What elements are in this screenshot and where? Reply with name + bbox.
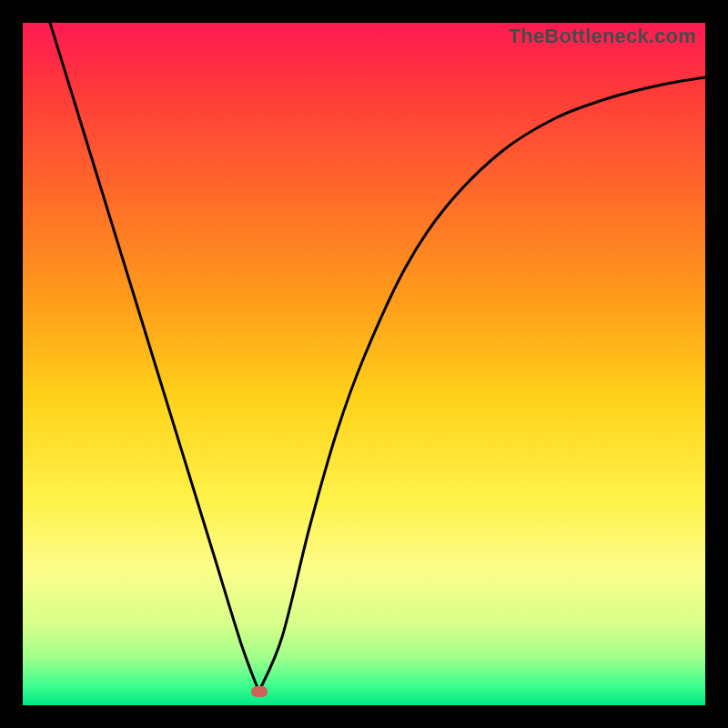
chart-frame: TheBottleneck.com — [0, 0, 728, 728]
watermark-label: TheBottleneck.com — [509, 25, 696, 48]
optimal-point-marker — [251, 686, 268, 697]
bottleneck-curve — [23, 23, 705, 705]
plot-area: TheBottleneck.com — [23, 23, 705, 705]
